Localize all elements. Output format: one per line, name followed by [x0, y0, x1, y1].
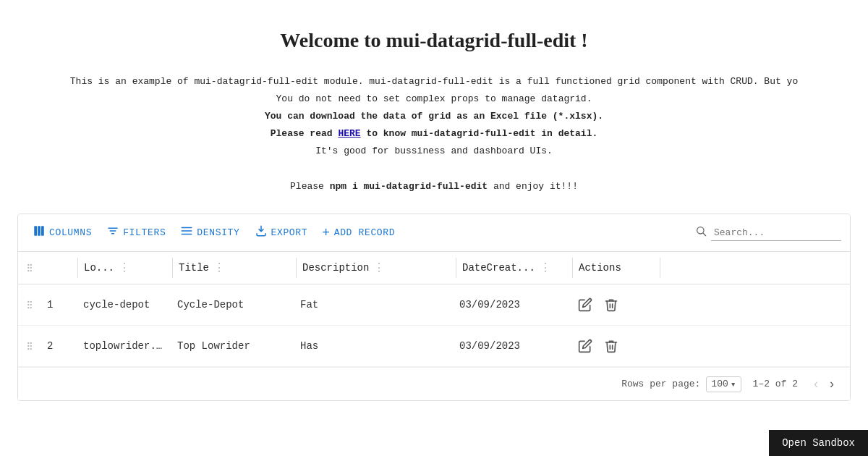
cell-desc-1: Fat [294, 289, 454, 321]
density-label: DENSITY [197, 227, 239, 238]
col-border-6 [660, 258, 660, 278]
svg-point-13 [27, 267, 29, 269]
rows-per-page: Rows per page: 100 ▾ [621, 376, 741, 392]
svg-point-26 [30, 345, 32, 347]
filters-label: FILTERS [123, 227, 166, 238]
cell-title-2: Top Lowrider [171, 330, 294, 362]
svg-point-27 [27, 348, 29, 350]
col-title-label: Title [179, 262, 209, 274]
col-header-desc[interactable]: Description ⋮ [297, 252, 456, 284]
npm-line: Please npm i mui-datagrid-full-edit and … [14, 181, 854, 192]
svg-point-21 [27, 307, 29, 308]
drag-handle-2[interactable] [18, 331, 41, 361]
svg-point-22 [30, 307, 32, 308]
rows-per-page-select[interactable]: 100 ▾ [706, 376, 741, 392]
pagination-info: 1–2 of 2 [753, 379, 798, 389]
cell-no-2: 2 [41, 330, 77, 362]
drag-col-header [18, 254, 41, 282]
add-record-label: ADD RECORD [334, 227, 396, 238]
density-icon [180, 224, 193, 241]
grid-footer: Rows per page: 100 ▾ 1–2 of 2 ‹ › [18, 367, 850, 400]
desc-line4: Please read HERE to know mui-datagrid-fu… [14, 126, 854, 142]
columns-button[interactable]: COLUMNS [27, 220, 98, 245]
cell-date-2: 03/09/2023 [454, 330, 569, 362]
cell-actions-2 [569, 326, 656, 366]
npm-prefix: Please [290, 181, 330, 192]
filters-icon [106, 224, 119, 241]
description-block: This is an example of mui-datagrid-full-… [14, 74, 854, 159]
datagrid-container: COLUMNS FILTERS [17, 214, 851, 401]
col-header-actions: Actions [573, 253, 660, 282]
svg-point-11 [27, 264, 29, 266]
density-button[interactable]: DENSITY [174, 220, 245, 245]
col-sep-title[interactable]: ⋮ [213, 261, 225, 275]
col-header-date[interactable]: DateCreat... ⋮ [456, 252, 572, 284]
svg-rect-2 [41, 227, 44, 237]
export-button[interactable]: EXPORT [249, 220, 314, 245]
edit-button-2[interactable] [575, 336, 595, 356]
svg-point-23 [27, 342, 29, 344]
open-sandbox-button[interactable]: Open Sandbox [769, 430, 868, 456]
svg-point-18 [30, 301, 32, 303]
search-icon [695, 225, 707, 240]
svg-point-15 [27, 270, 29, 271]
col-header-lo[interactable]: Lo... ⋮ [78, 252, 172, 284]
table-row: 2 toplowrider... Top Lowrider Has 03/09/… [18, 326, 850, 367]
desc-line2: You do not need to set complex props to … [14, 91, 854, 107]
cell-no-1: 1 [41, 289, 77, 321]
edit-button-1[interactable] [575, 295, 595, 315]
cell-title-1: Cycle-Depot [171, 289, 294, 321]
col-header-no [41, 259, 77, 276]
pagination-nav: ‹ › [809, 375, 838, 393]
search-input[interactable] [711, 225, 841, 241]
page-title: Welcome to mui-datagrid-full-edit ! [14, 29, 854, 52]
next-page-button[interactable]: › [825, 375, 838, 393]
svg-point-16 [30, 270, 32, 271]
col-date-label: DateCreat... [462, 262, 535, 274]
svg-point-19 [27, 304, 29, 305]
delete-button-2[interactable] [601, 336, 621, 356]
chevron-down-icon: ▾ [731, 379, 736, 390]
svg-point-17 [27, 301, 29, 303]
col-sep-lo[interactable]: ⋮ [119, 261, 130, 275]
col-header-title[interactable]: Title ⋮ [173, 252, 296, 284]
col-desc-label: Description [302, 262, 369, 274]
toolbar: COLUMNS FILTERS [18, 214, 850, 252]
desc-line1: This is an example of mui-datagrid-full-… [14, 74, 854, 90]
rows-per-page-label: Rows per page: [621, 379, 700, 389]
delete-button-1[interactable] [601, 295, 621, 315]
col-sep-date[interactable]: ⋮ [540, 261, 551, 275]
add-icon: + [322, 226, 330, 240]
cell-lo-1: cycle-depot [77, 289, 171, 321]
filters-button[interactable]: FILTERS [101, 220, 171, 245]
col-sep-desc[interactable]: ⋮ [373, 261, 385, 275]
columns-label: COLUMNS [49, 227, 92, 238]
page-wrapper: Welcome to mui-datagrid-full-edit ! This… [0, 0, 868, 456]
cell-lo-2: toplowrider... [77, 330, 171, 362]
cell-desc-2: Has [294, 330, 454, 362]
export-label: EXPORT [271, 227, 308, 238]
col-actions-label: Actions [579, 262, 621, 274]
svg-point-12 [30, 264, 32, 266]
svg-point-24 [30, 342, 32, 344]
here-link[interactable]: HERE [338, 128, 360, 139]
add-record-button[interactable]: + ADD RECORD [316, 221, 401, 245]
svg-line-10 [703, 233, 706, 236]
drag-handle-1[interactable] [18, 290, 41, 320]
svg-point-14 [30, 267, 32, 269]
npm-suffix: and enjoy it!!! [488, 181, 578, 192]
cell-actions-1 [569, 284, 656, 325]
cell-date-1: 03/09/2023 [454, 289, 569, 321]
desc-line5: It's good for bussiness and dashboard UI… [14, 143, 854, 159]
table-row: 1 cycle-depot Cycle-Depot Fat 03/09/2023 [18, 284, 850, 326]
npm-command: npm i mui-datagrid-full-edit [330, 181, 488, 192]
rows-per-page-value: 100 [711, 379, 728, 389]
prev-page-button[interactable]: ‹ [809, 375, 822, 393]
svg-rect-0 [34, 227, 37, 237]
col-lo-label: Lo... [84, 262, 114, 274]
grid-header: Lo... ⋮ Title ⋮ Description ⋮ DateCreat.… [18, 252, 850, 284]
svg-point-28 [30, 348, 32, 350]
columns-icon [33, 224, 46, 241]
desc-line3: You can download the data of grid as an … [14, 109, 854, 124]
search-container [695, 225, 841, 241]
